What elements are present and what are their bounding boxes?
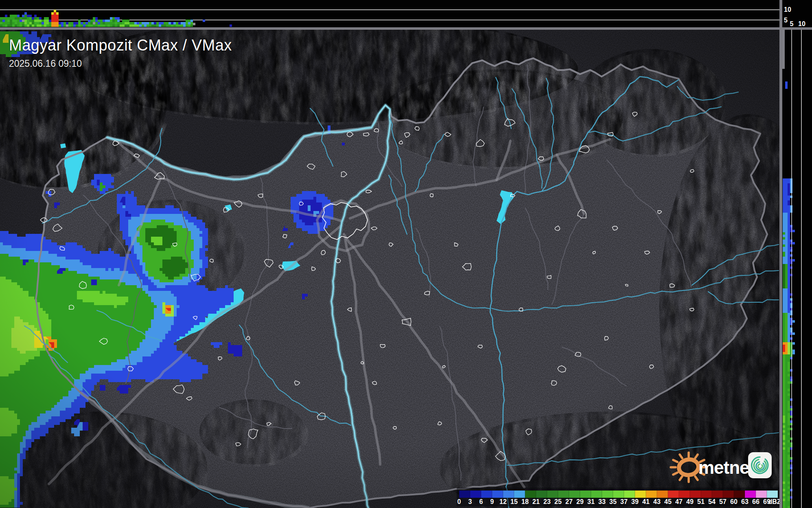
right-profile-cell — [788, 222, 790, 225]
right-profile-cell — [785, 208, 788, 210]
right-profile-cell — [792, 320, 795, 323]
right-profile-cell — [783, 242, 785, 244]
right-profile-cell — [792, 352, 795, 354]
right-profile-cell — [785, 235, 788, 237]
right-profile-cell — [788, 504, 790, 506]
right-profile-cell — [785, 301, 788, 303]
top-profile-cell — [27, 24, 29, 27]
right-profile-cell — [785, 310, 788, 313]
right-profile-cell — [788, 232, 790, 235]
top-profile-cell — [10, 17, 12, 20]
top-profile-cell — [22, 20, 24, 22]
right-profile-cell — [788, 452, 790, 455]
right-profile-cell — [788, 303, 790, 306]
right-profile-cell — [783, 391, 785, 394]
top-profile-cell — [76, 24, 78, 27]
right-profile-cell — [790, 352, 792, 354]
top-profile-cell — [161, 24, 164, 27]
right-profile-cell — [783, 486, 785, 489]
right-profile-cell — [785, 196, 788, 198]
right-profile-cell — [783, 301, 785, 303]
right-profile-cell — [788, 372, 790, 374]
right-profile-cell — [790, 247, 792, 249]
right-profile-cell — [783, 252, 785, 254]
right-profile-cell — [790, 205, 792, 208]
right-profile-cell — [785, 423, 788, 425]
legend-cell — [756, 490, 767, 498]
right-profile-cell — [788, 381, 790, 384]
right-profile-cell — [783, 501, 785, 504]
top-profile-cell — [2, 22, 5, 24]
right-profile-cell — [788, 227, 790, 230]
top-profile-cell — [27, 22, 29, 24]
right-profile-cell — [785, 435, 788, 438]
right-profile-cell — [788, 203, 790, 205]
right-profile-cell — [790, 413, 792, 416]
right-profile-cell — [785, 178, 788, 181]
right-profile-cell — [785, 386, 788, 389]
top-profile-cell — [76, 22, 78, 24]
right-profile-cell — [785, 501, 788, 504]
top-profile-cell — [24, 24, 27, 27]
right-profile-cell — [785, 506, 788, 508]
right-profile-cell — [788, 257, 790, 259]
right-profile-speck — [785, 86, 788, 89]
right-profile-cell — [783, 435, 785, 438]
right-profile-cell — [783, 181, 785, 183]
right-profile-cell — [783, 230, 785, 232]
top-profile-cell — [105, 20, 107, 22]
right-profile-cell — [788, 318, 790, 320]
right-profile-cell — [785, 269, 788, 271]
top-profile-cell — [107, 20, 110, 22]
top-profile-cell — [22, 22, 24, 24]
right-profile-cell — [792, 342, 795, 345]
right-profile-cell — [785, 379, 788, 381]
right-profile-cell — [783, 474, 785, 477]
top-profile-cell — [98, 24, 100, 27]
top-profile-cell — [49, 22, 51, 24]
right-profile-cell — [790, 369, 792, 372]
right-profile-cell — [788, 328, 790, 330]
top-profile-cell — [2, 20, 5, 22]
right-profile-cell — [785, 391, 788, 394]
right-profile-cell — [783, 389, 785, 391]
legend-cell — [503, 490, 514, 498]
right-profile-cell — [785, 259, 788, 262]
right-profile-cell — [785, 482, 788, 484]
right-profile-cell — [788, 242, 790, 244]
top-profile-cell — [161, 22, 164, 24]
legend-cell — [723, 490, 734, 498]
right-profile-cell — [785, 430, 788, 433]
metnet-wordmark: metnet — [698, 457, 755, 477]
right-profile-cell — [788, 418, 790, 420]
right-profile-cell — [783, 403, 785, 406]
top-profile-cell — [27, 20, 29, 22]
right-profile-cell — [783, 425, 785, 428]
right-profile-cell — [790, 178, 792, 181]
top-profile-cell — [154, 24, 156, 27]
right-profile-cell — [788, 369, 790, 372]
right-profile-cell — [783, 266, 785, 269]
right-profile-cell — [785, 496, 788, 499]
top-profile-cell — [32, 22, 34, 24]
top-profile-cell — [173, 24, 176, 27]
top-profile-cell — [42, 24, 44, 27]
top-profile-cell — [49, 20, 51, 22]
right-profile-cell — [788, 337, 790, 340]
right-profile-cell — [788, 301, 790, 303]
top-profile-cell — [15, 24, 17, 27]
right-profile-cell — [785, 457, 788, 460]
right-profile-cell — [783, 345, 785, 347]
top-profile-cell — [159, 24, 161, 27]
right-profile-cell — [790, 379, 792, 381]
top-profile-cell — [15, 17, 17, 20]
top-profile-cell — [42, 22, 44, 24]
top-profile-cell — [90, 20, 93, 22]
right-profile-cell — [790, 489, 792, 491]
right-profile-cell — [783, 364, 785, 367]
top-profile-cell — [105, 24, 107, 27]
top-profile-cell — [95, 22, 98, 24]
right-profile-cell — [788, 235, 790, 237]
right-profile-cell — [788, 259, 790, 262]
top-profile-cell — [107, 22, 110, 24]
